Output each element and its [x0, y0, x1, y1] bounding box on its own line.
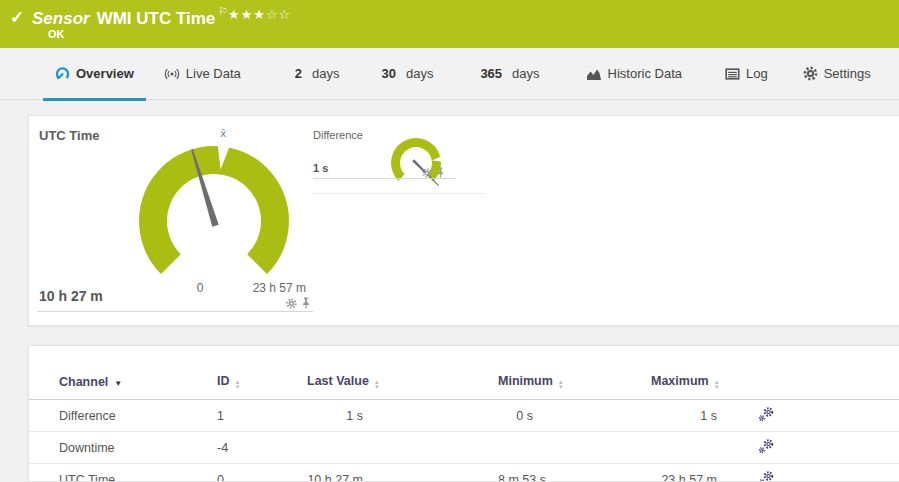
broadcast-icon	[164, 67, 180, 81]
status-badge: OK	[48, 28, 65, 40]
tab-number: 2	[295, 66, 302, 81]
channel-name: UTC Time	[29, 464, 217, 482]
sensor-status-banner: ✓ SensorWMI UTC Time⚐ ★★★☆☆ OK	[0, 0, 899, 48]
flag-icon[interactable]: ⚐	[218, 5, 228, 17]
channel-id: 1	[217, 400, 307, 432]
tab-label: days	[312, 66, 339, 81]
gauge-current-value: 10 h 27 m	[39, 288, 103, 304]
table-row: UTC Time 0 10 h 27 m 8 m 53 s 23 h 57 m	[29, 464, 899, 482]
sensor-type-label: Sensor	[32, 9, 90, 28]
sort-icon[interactable]: ▲▼	[374, 380, 380, 390]
sort-icon[interactable]: ▲▼	[714, 380, 720, 390]
gauge-title: Difference	[313, 129, 363, 141]
sort-icon[interactable]: ▲▼	[235, 380, 241, 390]
tab-overview[interactable]: Overview	[43, 48, 146, 100]
channel-name: Downtime	[29, 432, 217, 464]
tab-log[interactable]: Log	[725, 48, 768, 100]
col-header-id[interactable]: ID▲▼	[217, 370, 307, 400]
sort-icon[interactable]: ▲▼	[558, 380, 564, 390]
col-header-last-value[interactable]: Last Value▲▼	[307, 370, 498, 400]
channel-last-value	[307, 432, 498, 464]
table-row: Difference 1 1 s 0 s 1 s	[29, 400, 899, 432]
gauge-settings-gear-icon[interactable]	[422, 168, 432, 178]
gauge-controls	[286, 297, 311, 309]
gauge-title: UTC Time	[39, 128, 99, 143]
channel-minimum: 8 m 53 s	[498, 464, 651, 482]
channel-maximum: 1 s	[651, 400, 758, 432]
channels-table: Channel▼ ID▲▼ Last Value▲▼ Minimum▲▼ Max…	[29, 370, 899, 482]
pin-icon[interactable]	[301, 297, 311, 309]
channel-settings-gears-icon[interactable]	[758, 406, 774, 422]
table-row: Downtime -4	[29, 432, 899, 464]
gear-icon	[803, 66, 818, 81]
ok-check-icon: ✓	[10, 7, 24, 28]
channel-maximum: 23 h 57 m	[651, 464, 758, 482]
channel-last-value: 10 h 27 m	[307, 464, 498, 482]
gauges-panel: UTC Time x̄ 0 23 h 57 m 10 h 27 m Differ…	[28, 115, 899, 326]
gauge-divider	[37, 311, 313, 312]
channel-id: -4	[217, 432, 307, 464]
tab-number: 365	[480, 66, 502, 81]
tab-label: days	[406, 66, 433, 81]
col-header-channel[interactable]: Channel▼	[29, 370, 217, 400]
col-header-maximum[interactable]: Maximum▲▼	[651, 370, 758, 400]
channels-panel: Channel▼ ID▲▼ Last Value▲▼ Minimum▲▼ Max…	[28, 345, 899, 482]
tab-settings[interactable]: Settings	[803, 48, 871, 100]
gauge-divider	[313, 178, 456, 179]
utc-time-gauge: x̄ 0 23 h 57 m	[114, 126, 314, 306]
col-header-actions	[758, 370, 899, 400]
channel-id: 0	[217, 464, 307, 482]
difference-gauge	[376, 123, 456, 203]
tab-historic-data[interactable]: Historic Data	[586, 48, 682, 100]
gauge-divider	[313, 193, 485, 194]
tab-label: Live Data	[186, 66, 241, 81]
channel-settings-gears-icon[interactable]	[758, 470, 774, 482]
tab-2-days[interactable]: 2 days	[295, 48, 340, 100]
channel-settings-gears-icon[interactable]	[758, 438, 774, 454]
area-chart-icon	[586, 67, 602, 81]
mean-marker-label: x̄	[220, 127, 227, 140]
tab-label: Log	[746, 66, 768, 81]
priority-stars[interactable]: ★★★☆☆	[228, 7, 291, 22]
gauge-max-tick: 23 h 57 m	[253, 281, 306, 295]
channel-name: Difference	[29, 400, 217, 432]
sensor-name: WMI UTC Time	[97, 9, 216, 28]
gauge-controls	[422, 167, 445, 178]
sort-desc-icon[interactable]: ▼	[114, 379, 122, 388]
gauge-icon	[55, 66, 70, 81]
col-header-minimum[interactable]: Minimum▲▼	[498, 370, 651, 400]
tab-live-data[interactable]: Live Data	[164, 48, 241, 100]
tab-30-days[interactable]: 30 days	[381, 48, 433, 100]
tab-label: Settings	[824, 66, 871, 81]
tab-label: days	[512, 66, 539, 81]
gauge-min-tick: 0	[197, 281, 204, 295]
gauge-current-value: 1 s	[313, 162, 328, 174]
page-title: SensorWMI UTC Time⚐	[32, 5, 228, 29]
tab-bar: Overview Live Data 2 days 30 days 365 da…	[0, 48, 899, 100]
log-icon	[725, 67, 740, 81]
tab-label: Historic Data	[608, 66, 682, 81]
pin-icon[interactable]	[436, 167, 445, 178]
tab-number: 30	[381, 66, 395, 81]
tab-365-days[interactable]: 365 days	[480, 48, 539, 100]
table-header-row: Channel▼ ID▲▼ Last Value▲▼ Minimum▲▼ Max…	[29, 370, 899, 400]
gauge-settings-gear-icon[interactable]	[286, 298, 297, 309]
channel-minimum: 0 s	[498, 400, 651, 432]
channel-minimum	[498, 432, 651, 464]
channel-last-value: 1 s	[307, 400, 498, 432]
channel-maximum	[651, 432, 758, 464]
tab-label: Overview	[76, 66, 134, 81]
